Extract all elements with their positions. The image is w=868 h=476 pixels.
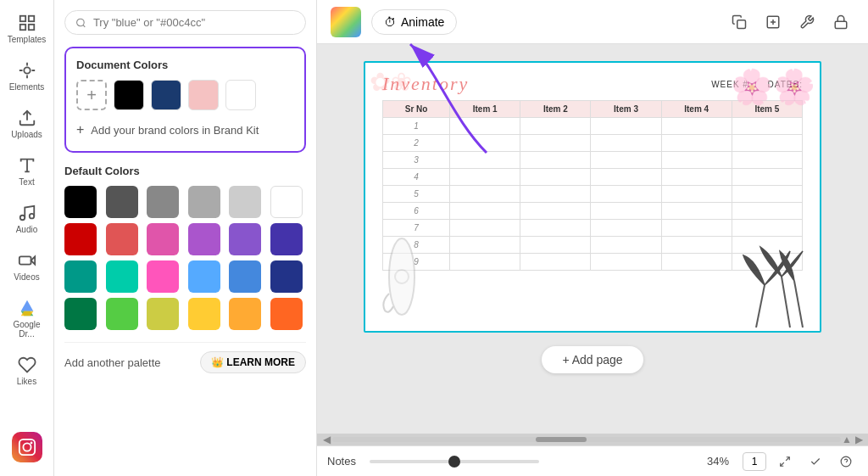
table-cell <box>661 254 732 271</box>
def-swatch-9[interactable] <box>147 223 179 255</box>
sidebar-item-instagram[interactable] <box>3 425 51 469</box>
svg-line-28 <box>781 462 784 466</box>
brand-kit-text: Add your brand colors in Brand Kit <box>91 124 259 137</box>
def-swatch-13[interactable] <box>64 260 97 293</box>
table-cell <box>450 203 520 220</box>
add-page-bar: + Add page <box>334 339 851 380</box>
color-search-input[interactable] <box>93 16 295 29</box>
canvas-area: ⏱ Animate <box>317 0 868 476</box>
table-cell <box>450 237 520 254</box>
check-button[interactable] <box>804 450 827 473</box>
def-swatch-5[interactable] <box>229 186 261 218</box>
video-icon <box>18 251 36 270</box>
table-cell <box>450 118 520 135</box>
def-swatch-2[interactable] <box>106 186 138 218</box>
table-cell <box>591 135 661 152</box>
scroll-up-icon[interactable]: ▲ <box>841 434 853 445</box>
def-swatch-7[interactable] <box>64 223 97 255</box>
expand-button[interactable] <box>773 450 797 473</box>
def-swatch-15[interactable] <box>147 260 179 293</box>
scrollbar-track[interactable] <box>332 437 841 442</box>
sidebar-item-audio[interactable]: Audio <box>3 197 51 241</box>
def-swatch-21[interactable] <box>147 298 179 330</box>
upload-icon <box>18 109 36 127</box>
svg-point-14 <box>30 442 32 445</box>
def-swatch-23[interactable] <box>229 298 261 330</box>
svg-rect-1 <box>28 16 33 21</box>
sidebar-item-elements[interactable]: Elements <box>3 54 51 98</box>
table-cell <box>661 135 732 152</box>
svg-rect-12 <box>19 440 34 455</box>
def-swatch-3[interactable] <box>147 186 179 218</box>
instagram-icon <box>12 432 42 462</box>
sidebar-item-label: Elements <box>9 82 45 92</box>
document-color-swatches: + <box>76 80 294 110</box>
notes-slider[interactable] <box>370 460 539 463</box>
color-swatch-light-pink[interactable] <box>188 80 219 110</box>
add-page-icon-btn[interactable] <box>760 8 787 36</box>
def-swatch-24[interactable] <box>270 298 303 330</box>
add-page-button[interactable]: + Add page <box>542 346 643 373</box>
scrollbar-thumb[interactable] <box>536 437 587 442</box>
color-swatch-white[interactable] <box>225 80 256 110</box>
svg-rect-10 <box>19 256 31 264</box>
table-cell <box>520 203 591 220</box>
learn-more-label: 👑 LEARN MORE <box>211 356 295 368</box>
settings-icon-btn[interactable] <box>793 8 821 36</box>
flower-decoration-tr: 🌸🌸 <box>731 67 815 107</box>
help-button[interactable] <box>834 450 858 473</box>
lock-icon-btn[interactable] <box>827 8 854 36</box>
sidebar-item-uploads[interactable]: Uploads <box>3 102 51 146</box>
def-swatch-14[interactable] <box>106 260 138 293</box>
page-indicator: 1 <box>743 452 766 471</box>
sidebar-item-text[interactable]: Text <box>3 149 51 193</box>
def-swatch-17[interactable] <box>229 260 261 293</box>
color-swatch-dark-blue[interactable] <box>151 80 181 110</box>
table-cell <box>591 203 661 220</box>
def-swatch-10[interactable] <box>188 223 220 255</box>
def-swatch-19[interactable] <box>64 298 97 330</box>
table-cell <box>732 203 802 220</box>
sidebar-item-label: Uploads <box>11 130 42 139</box>
scroll-left-icon[interactable]: ◀ <box>320 434 332 445</box>
scroll-right-icon[interactable]: ▶ <box>853 434 865 445</box>
flower-decoration-tl: ✿❀ <box>370 67 412 97</box>
row-number: 6 <box>383 203 450 220</box>
search-bar[interactable] <box>64 10 306 35</box>
copy-icon-btn[interactable] <box>726 8 753 36</box>
check-icon <box>810 456 821 468</box>
table-cell <box>450 152 520 169</box>
svg-rect-2 <box>19 25 25 30</box>
def-swatch-18[interactable] <box>270 260 303 293</box>
sidebar-item-templates[interactable]: Templates <box>3 7 51 51</box>
sidebar-item-label: Videos <box>14 272 39 282</box>
canvas-scroll[interactable]: ✿❀ 🌸🌸 Inventory WEEK # DATES: Sr No <box>317 44 868 434</box>
palm-tree-decoration <box>739 234 815 331</box>
def-swatch-20[interactable] <box>106 298 138 330</box>
color-swatch-black[interactable] <box>114 80 144 110</box>
table-cell <box>591 237 661 254</box>
sidebar-item-google-drive[interactable]: Google Dr... <box>3 292 51 345</box>
def-swatch-16[interactable] <box>188 260 220 293</box>
add-color-button[interactable]: + <box>76 80 107 110</box>
sidebar-item-likes[interactable]: Likes <box>3 349 51 393</box>
sidebar-item-videos[interactable]: Videos <box>3 244 51 288</box>
def-swatch-12[interactable] <box>270 223 303 255</box>
def-swatch-22[interactable] <box>188 298 220 330</box>
horizontal-scrollbar[interactable]: ◀ ▲ ▶ <box>317 434 868 445</box>
learn-more-button[interactable]: 👑 LEARN MORE <box>200 351 306 373</box>
animate-button[interactable]: ⏱ Animate <box>371 9 457 35</box>
table-cell <box>520 135 591 152</box>
def-swatch-6[interactable] <box>270 186 303 218</box>
def-swatch-1[interactable] <box>64 186 97 218</box>
copy-icon <box>732 14 747 30</box>
def-swatch-11[interactable] <box>229 223 261 255</box>
brand-kit-row[interactable]: + Add your brand colors in Brand Kit <box>76 119 294 141</box>
def-swatch-4[interactable] <box>188 186 220 218</box>
def-swatch-8[interactable] <box>106 223 138 255</box>
table-cell <box>591 254 661 271</box>
default-colors-section: Default Colors <box>64 165 306 330</box>
svg-point-4 <box>24 67 30 73</box>
bottom-bar: Notes 34% 1 <box>317 445 868 476</box>
color-gradient-button[interactable] <box>331 7 361 37</box>
